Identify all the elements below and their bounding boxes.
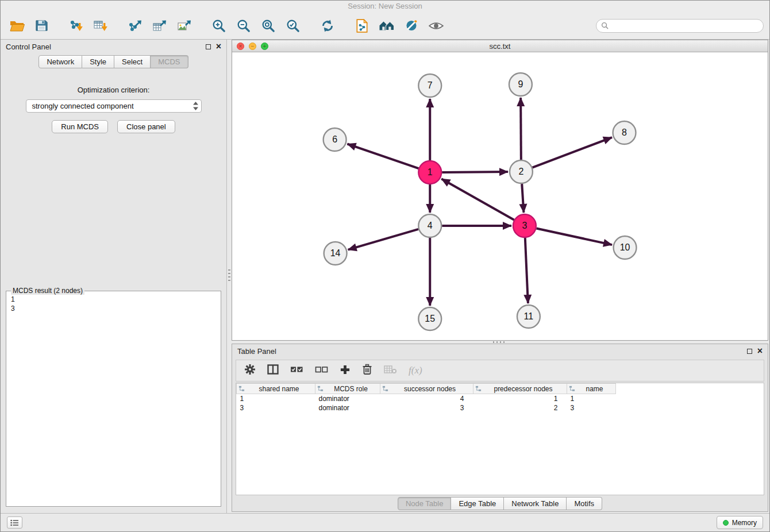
export-table-button[interactable] [149, 16, 170, 36]
table-cell[interactable]: 1 [473, 394, 567, 403]
export-table-icon [152, 19, 167, 33]
task-history-button[interactable] [7, 516, 22, 529]
tab-mcds[interactable]: MCDS [151, 55, 188, 68]
table-row[interactable]: 1dominator411 [237, 394, 616, 403]
mcds-result-list[interactable]: 13 [6, 291, 221, 317]
table-row[interactable]: 3dominator323 [237, 403, 616, 413]
memory-button[interactable]: Memory [717, 516, 763, 529]
tab-network-table[interactable]: Network Table [504, 497, 567, 510]
network-canvas[interactable]: 7968124314101511 [232, 52, 768, 340]
float-table-panel-icon[interactable] [747, 349, 752, 354]
table-panel-header: Table Panel × [232, 344, 768, 358]
table-cell[interactable]: 4 [380, 394, 473, 403]
control-panel: Control Panel × NetworkStyleSelectMCDS O… [1, 40, 227, 513]
tab-node-table[interactable]: Node Table [398, 497, 452, 510]
table-cell[interactable]: 3 [380, 403, 473, 413]
column-header-successor-nodes[interactable]: successor nodes [380, 384, 473, 394]
import-network-button[interactable] [66, 16, 86, 36]
memory-status-icon [723, 520, 729, 526]
zoom-in-button[interactable] [209, 16, 229, 36]
graph-edge-1-2[interactable] [442, 172, 508, 172]
network-document-button[interactable] [352, 16, 372, 36]
graph-edge-2-3[interactable] [522, 184, 523, 213]
zoom-out-button[interactable] [233, 16, 254, 36]
graph-node-14[interactable]: 14 [324, 242, 347, 265]
tab-motifs[interactable]: Motifs [567, 497, 602, 510]
zoom-selected-button[interactable] [283, 16, 303, 36]
table-cell[interactable]: 3 [237, 403, 315, 413]
home-button[interactable] [376, 16, 397, 36]
column-header-shared-name[interactable]: shared name [237, 384, 315, 394]
tab-select[interactable]: Select [114, 55, 151, 68]
apply-layout-button[interactable] [317, 16, 338, 36]
zoom-window-icon[interactable]: + [261, 43, 268, 50]
close-panel-icon[interactable]: × [216, 43, 221, 50]
close-window-icon[interactable]: × [237, 43, 244, 50]
tab-network[interactable]: Network [38, 55, 82, 68]
select-all-button[interactable] [290, 365, 303, 376]
visibility-button[interactable] [426, 16, 446, 36]
graphics-details-button[interactable] [401, 16, 422, 36]
graph-node-11[interactable]: 11 [517, 305, 540, 328]
zoom-selected-icon [286, 18, 301, 33]
titlebar[interactable]: Session: New Session [1, 1, 769, 12]
save-session-button[interactable] [31, 16, 52, 36]
column-header-mcds-role[interactable]: MCDS role [315, 384, 380, 394]
graph-node-3[interactable]: 3 [513, 214, 536, 237]
search-input[interactable] [612, 22, 759, 30]
import-table-icon [93, 19, 108, 33]
graph-node-9[interactable]: 9 [509, 73, 532, 96]
graph-edge-3-1[interactable] [441, 179, 514, 219]
graph-edge-2-9[interactable] [521, 98, 521, 160]
table-cell[interactable]: 3 [567, 403, 616, 413]
criterion-dropdown[interactable]: strongly connected component [26, 99, 202, 113]
graph-node-1[interactable]: 1 [418, 161, 441, 184]
network-window-titlebar[interactable]: × − + scc.txt [232, 40, 768, 52]
add-column-button[interactable] [340, 364, 351, 377]
export-network-icon [128, 19, 143, 33]
column-layout-button[interactable] [267, 364, 279, 377]
tab-edge-table[interactable]: Edge Table [451, 497, 504, 510]
graph-node-10[interactable]: 10 [614, 236, 637, 259]
graph-node-6[interactable]: 6 [324, 128, 346, 151]
deselect-all-button[interactable] [315, 365, 328, 376]
zoom-fit-button[interactable] [258, 16, 279, 36]
columns-icon [267, 364, 279, 375]
table-settings-button[interactable] [244, 364, 256, 377]
table-cell[interactable]: 1 [237, 394, 315, 403]
graph-node-8[interactable]: 8 [613, 121, 636, 144]
table-cell[interactable]: dominator [315, 394, 380, 403]
search-icon [601, 22, 609, 29]
graph-edge-3-10[interactable] [536, 229, 612, 245]
minimize-window-icon[interactable]: − [249, 43, 256, 50]
run-mcds-button[interactable]: Run MCDS [52, 120, 108, 133]
graph-edge-1-6[interactable] [347, 144, 418, 169]
graph-edge-4-14[interactable] [348, 229, 418, 250]
open-session-button[interactable] [6, 16, 27, 36]
tab-style[interactable]: Style [82, 55, 114, 68]
import-table-button[interactable] [90, 16, 111, 36]
close-table-panel-icon[interactable]: × [757, 348, 763, 354]
close-mcds-panel-button[interactable]: Close panel [117, 120, 175, 133]
graph-edge-3-11[interactable] [525, 238, 528, 303]
graph-node-4[interactable]: 4 [418, 214, 441, 237]
table-cell[interactable]: dominator [315, 403, 380, 413]
vertical-splitter[interactable] [227, 40, 232, 513]
table-cell[interactable]: 2 [473, 403, 567, 413]
graph-node-7[interactable]: 7 [418, 74, 441, 97]
search-box[interactable] [596, 19, 764, 33]
export-image-button[interactable] [174, 16, 195, 36]
export-network-button[interactable] [125, 16, 145, 36]
delete-table-button[interactable] [384, 365, 397, 376]
column-header-name[interactable]: name [567, 384, 616, 394]
float-panel-icon[interactable] [206, 44, 211, 49]
graph-node-2[interactable]: 2 [510, 160, 533, 183]
function-builder-button[interactable]: f(x) [409, 365, 422, 376]
column-header-predecessor-nodes[interactable]: predecessor nodes [473, 384, 567, 394]
delete-entry-button[interactable] [362, 364, 372, 377]
graph-node-15[interactable]: 15 [418, 307, 441, 330]
table-cell[interactable]: 1 [567, 394, 616, 403]
mcds-buttons: Run MCDS Close panel [1, 120, 226, 133]
network-graph[interactable]: 7968124314101511 [232, 52, 768, 340]
graph-edge-2-8[interactable] [532, 137, 612, 168]
